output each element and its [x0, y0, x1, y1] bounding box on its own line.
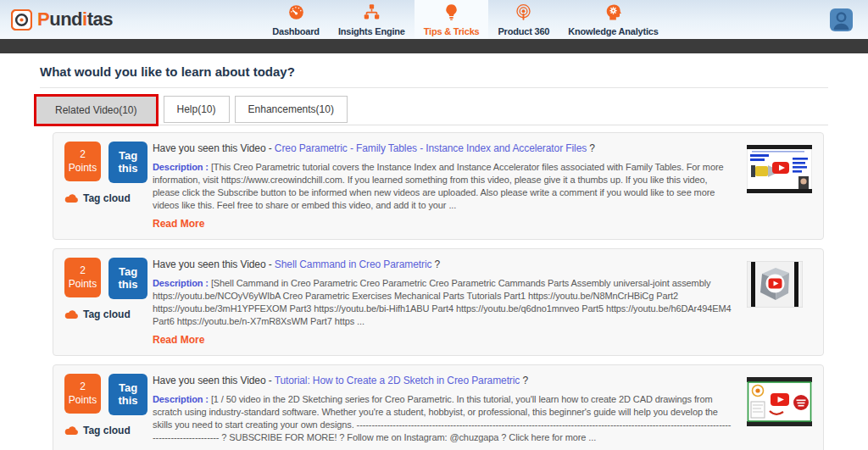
nav-item-product-360[interactable]: Product 360: [488, 0, 559, 39]
video-title-line: Have you seen this Video - Tutorial: How…: [153, 375, 733, 386]
head-gear-icon: [604, 3, 622, 25]
video-thumbnail[interactable]: [747, 374, 813, 450]
page-title: What would you like to learn about today…: [40, 64, 828, 79]
cloud-icon: [64, 309, 79, 319]
video-card: 2 Points Tag this Tag cloud Have you see…: [53, 132, 824, 240]
card-actions: 2 Points Tag this Tag cloud: [64, 142, 153, 231]
video-card-list: 2 Points Tag this Tag cloud Have you see…: [53, 132, 824, 450]
points-value: 2: [80, 381, 86, 394]
tab-related-video[interactable]: Related Video(10): [34, 94, 159, 126]
top-header: Punditas Dashboard: [0, 0, 868, 39]
points-button[interactable]: 2 Points: [64, 258, 101, 297]
read-more-link[interactable]: Read More: [153, 218, 204, 230]
card-content: Have you seen this Video - Creo Parametr…: [153, 142, 747, 231]
points-label: Points: [69, 278, 97, 292]
nav-label: Dashboard: [272, 26, 320, 36]
card-content: Have you seen this Video - Shell Cammand…: [153, 258, 747, 347]
tag-cloud-link[interactable]: Tag cloud: [64, 192, 153, 204]
points-value: 2: [80, 148, 86, 162]
nav-label: Knowledge Analytics: [568, 26, 658, 36]
card-content: Have you seen this Video - Tutorial: How…: [153, 374, 747, 450]
header-divider-bar: [0, 39, 868, 53]
tag-cloud-link[interactable]: Tag cloud: [64, 308, 153, 320]
punditas-logo[interactable]: Punditas: [0, 0, 113, 39]
tab-help[interactable]: Help(10): [164, 96, 230, 123]
video-description: Description : [Shell Cammand in Creo Par…: [153, 277, 733, 328]
video-title-line: Have you seen this Video - Creo Parametr…: [153, 142, 733, 154]
nav-item-knowledge-analytics[interactable]: Knowledge Analytics: [559, 0, 667, 39]
video-title-link[interactable]: Tutorial: How to Create a 2D Sketch in C…: [275, 375, 520, 386]
nav-item-dashboard[interactable]: Dashboard: [263, 0, 329, 39]
tag-cloud-label: Tag cloud: [83, 192, 131, 204]
gauge-icon: [287, 3, 305, 25]
nav-item-tips-and-tricks[interactable]: Tips & Tricks: [415, 0, 489, 39]
main-nav: Dashboard Insights Engine: [263, 0, 667, 39]
video-thumbnail[interactable]: [747, 142, 813, 231]
cloud-icon: [64, 425, 79, 436]
card-actions: 2 Points Tag this Tag cloud: [64, 258, 153, 347]
network-nodes-icon: [363, 3, 381, 25]
points-button[interactable]: 2 Points: [64, 374, 101, 414]
user-avatar-icon: [830, 8, 853, 31]
tag-this-button[interactable]: Tag this: [108, 142, 147, 183]
tag-this-button[interactable]: Tag this: [108, 374, 147, 415]
points-label: Points: [69, 394, 97, 408]
video-card: 2 Points Tag this Tag cloud Have you see…: [53, 248, 824, 356]
video-title-link[interactable]: Shell Cammand in Creo Parametric: [275, 258, 432, 270]
cloud-icon: [64, 193, 79, 203]
points-value: 2: [80, 264, 86, 278]
nav-label: Tips & Tricks: [424, 26, 480, 36]
nav-item-insights-engine[interactable]: Insights Engine: [329, 0, 415, 39]
nav-label: Insights Engine: [338, 26, 405, 36]
video-description: Description : [This Creo Parametric tuto…: [153, 161, 733, 212]
video-thumbnail[interactable]: [747, 258, 813, 347]
tab-enhancements[interactable]: Enhancements(10): [235, 96, 348, 123]
user-avatar[interactable]: [818, 0, 868, 39]
video-title-link[interactable]: Creo Parametric - Family Tables - Instan…: [275, 142, 587, 154]
lightbulb-icon: [442, 3, 460, 25]
youtube-thumb-gray-cube: [747, 261, 803, 308]
punditas-logo-text: Punditas: [37, 8, 113, 31]
youtube-thumb-creo-part: [747, 145, 812, 193]
video-description: Description : [1 / 50 video in the 2D Sk…: [153, 393, 733, 444]
card-actions: 2 Points Tag this Tag cloud: [64, 374, 153, 450]
tag-cloud-label: Tag cloud: [83, 425, 131, 436]
read-more-link[interactable]: Read More: [153, 334, 204, 346]
nav-label: Product 360: [498, 26, 549, 36]
tag-cloud-label: Tag cloud: [83, 308, 131, 320]
punditas-logo-icon: [11, 9, 32, 31]
podcast-icon: [515, 3, 532, 25]
video-card: 2 Points Tag this Tag cloud Have you see…: [53, 364, 824, 450]
main-content: What would you like to learn about today…: [0, 53, 868, 450]
heading-divider: [40, 87, 828, 88]
description-label: Description :: [153, 162, 211, 172]
description-label: Description :: [153, 394, 211, 404]
video-title-line: Have you seen this Video - Shell Cammand…: [153, 258, 733, 270]
points-button[interactable]: 2 Points: [64, 142, 101, 181]
points-label: Points: [69, 162, 97, 175]
tag-this-button[interactable]: Tag this: [108, 258, 147, 299]
tab-bar: Related Video(10) Help(10) Enhancements(…: [34, 94, 828, 125]
description-label: Description :: [153, 278, 211, 288]
youtube-thumb-2d-sketch: [747, 377, 812, 426]
tag-cloud-link[interactable]: Tag cloud: [64, 425, 153, 436]
